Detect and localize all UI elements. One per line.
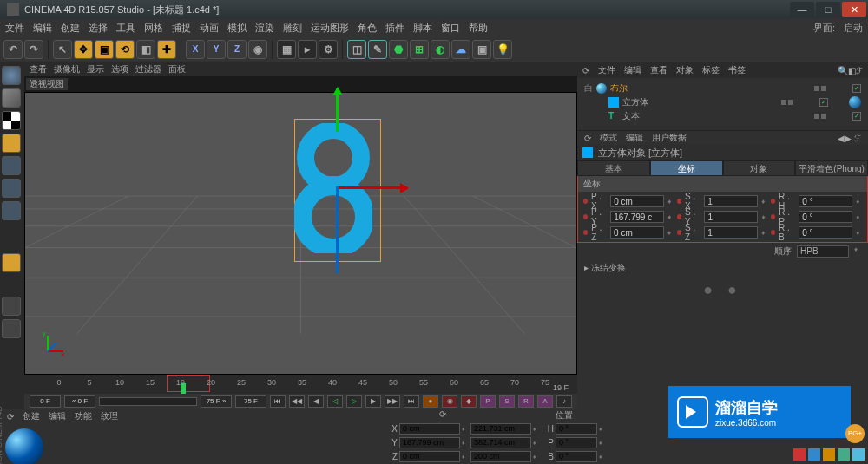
- select-tool[interactable]: ↖: [53, 40, 72, 59]
- tray-icon[interactable]: [852, 448, 865, 461]
- axis-button[interactable]: ✚: [157, 40, 176, 59]
- object-row-text[interactable]: T 文本 ✓: [584, 109, 861, 123]
- menu-help[interactable]: 帮助: [469, 22, 488, 35]
- move-tool[interactable]: ✥: [74, 40, 93, 59]
- vp-filter[interactable]: 过滤器: [135, 63, 161, 75]
- scale-x-field[interactable]: [704, 195, 758, 207]
- array-button[interactable]: ⊞: [410, 40, 429, 59]
- polygon-mode-icon[interactable]: [2, 201, 21, 220]
- tray-icon[interactable]: [838, 448, 850, 461]
- rot-b-field[interactable]: [799, 226, 852, 239]
- deformer-button[interactable]: ◐: [431, 40, 450, 59]
- edge-mode-icon[interactable]: [2, 179, 21, 198]
- cp-pos-z[interactable]: [399, 451, 460, 462]
- timeline-ruler[interactable]: 19 F 05101519202530354045505560657075: [24, 375, 577, 394]
- render-view-button[interactable]: ▦: [277, 40, 296, 59]
- coord-system-button[interactable]: ◉: [248, 40, 267, 59]
- frame-start-field[interactable]: 0 F: [30, 395, 61, 408]
- viewport-solo-icon[interactable]: [2, 297, 21, 316]
- workplane-icon[interactable]: [2, 134, 21, 153]
- range-slider[interactable]: [99, 397, 197, 406]
- maximize-button[interactable]: □: [816, 2, 840, 17]
- snap-toggle-icon[interactable]: [2, 253, 21, 272]
- autokey-button[interactable]: ◉: [442, 395, 457, 408]
- menu-character[interactable]: 角色: [358, 22, 377, 35]
- mat-edit[interactable]: 编辑: [49, 410, 66, 422]
- menu-animate[interactable]: 动画: [200, 22, 219, 35]
- mat-function[interactable]: 功能: [75, 410, 92, 422]
- tab-phong[interactable]: 平滑着色(Phong): [795, 160, 868, 176]
- pos-x-field[interactable]: [610, 195, 664, 207]
- goto-end-button[interactable]: ⏭: [404, 395, 419, 408]
- layout-select[interactable]: 启动: [844, 22, 863, 35]
- menu-snap[interactable]: 捕捉: [172, 22, 191, 35]
- key-pos-button[interactable]: P: [480, 395, 496, 408]
- om-view[interactable]: 查看: [650, 64, 667, 76]
- freeze-transform[interactable]: ▸ 冻结变换: [577, 260, 868, 276]
- prev-key-button[interactable]: ◀◀: [289, 395, 305, 408]
- om-tags[interactable]: 标签: [702, 64, 720, 76]
- next-key-button[interactable]: ▶▶: [385, 395, 400, 408]
- key-rot-button[interactable]: R: [518, 395, 534, 408]
- cp-dim-x[interactable]: [470, 423, 531, 435]
- minimize-button[interactable]: —: [790, 2, 814, 17]
- scale-y-field[interactable]: [704, 211, 758, 223]
- spline-tool[interactable]: ✎: [368, 40, 387, 59]
- vp-panel[interactable]: 面板: [168, 63, 186, 75]
- tray-icon[interactable]: [823, 448, 835, 461]
- om-file[interactable]: 文件: [598, 64, 615, 76]
- attr-edit[interactable]: 编辑: [626, 132, 643, 144]
- om-bookmarks[interactable]: 书签: [728, 64, 746, 76]
- menu-file[interactable]: 文件: [5, 22, 24, 35]
- material-swatch[interactable]: 材质: [5, 428, 43, 464]
- primitive-cube-button[interactable]: ◫: [347, 40, 366, 59]
- point-mode-icon[interactable]: [2, 156, 21, 175]
- z-axis-gizmo[interactable]: [336, 186, 339, 273]
- object-row-cube[interactable]: 立方体 ✓: [584, 95, 861, 109]
- menu-plugins[interactable]: 插件: [385, 22, 404, 35]
- cp-dim-z[interactable]: [470, 451, 531, 462]
- x-axis-lock[interactable]: X: [186, 40, 205, 59]
- render-button[interactable]: ▸: [298, 40, 317, 59]
- frame-end-field[interactable]: 75 F: [235, 395, 266, 408]
- vp-display[interactable]: 显示: [87, 63, 104, 75]
- prev-frame-button[interactable]: ◀: [308, 395, 324, 408]
- attr-userdata[interactable]: 用户数据: [652, 132, 687, 144]
- rot-p-field[interactable]: [799, 211, 852, 223]
- object-mode-icon[interactable]: [2, 88, 21, 108]
- resize-handle-icon[interactable]: ● ●: [577, 276, 868, 304]
- cp-rot-h[interactable]: [556, 423, 597, 435]
- scale-z-field[interactable]: [704, 226, 758, 239]
- next-frame-button[interactable]: ▶: [365, 395, 381, 408]
- menu-script[interactable]: 脚本: [413, 22, 432, 35]
- menu-tools[interactable]: 工具: [116, 22, 135, 35]
- menu-render[interactable]: 渲染: [255, 22, 274, 35]
- tray-icon[interactable]: [793, 448, 806, 461]
- vp-options[interactable]: 选项: [111, 63, 128, 75]
- menu-create[interactable]: 创建: [61, 22, 80, 35]
- menu-sculpt[interactable]: 雕刻: [283, 22, 302, 35]
- locked-icon[interactable]: [2, 319, 21, 338]
- redo-button[interactable]: ↷: [24, 40, 43, 59]
- keyframe-button[interactable]: ◆: [461, 395, 477, 408]
- rotation-order-select[interactable]: HPB: [797, 245, 849, 258]
- undo-button[interactable]: ↶: [3, 40, 23, 59]
- menu-select[interactable]: 选择: [89, 22, 108, 35]
- tab-coord[interactable]: 坐标: [650, 160, 723, 176]
- attr-mode[interactable]: 模式: [600, 132, 617, 144]
- y-axis-gizmo[interactable]: [336, 88, 339, 132]
- x-axis-gizmo[interactable]: [338, 186, 407, 189]
- cp-rot-b[interactable]: [556, 451, 597, 462]
- cp-rot-p[interactable]: [556, 437, 597, 448]
- scale-tool[interactable]: ▣: [95, 40, 114, 59]
- tray-icon[interactable]: [808, 448, 820, 461]
- light-button[interactable]: 💡: [493, 40, 512, 59]
- pos-z-field[interactable]: [610, 226, 664, 239]
- perspective-viewport[interactable]: y x: [24, 92, 577, 375]
- menu-window[interactable]: 窗口: [441, 22, 460, 35]
- object-manager[interactable]: 白 布尔 ✓ 立方体 ✓ T 文本 ✓: [577, 78, 868, 130]
- object-row-bool[interactable]: 白 布尔 ✓: [584, 82, 861, 95]
- menu-mograph[interactable]: 运动图形: [311, 22, 349, 35]
- vp-camera[interactable]: 摄像机: [54, 63, 80, 75]
- rotate-tool[interactable]: ⟲: [115, 40, 135, 59]
